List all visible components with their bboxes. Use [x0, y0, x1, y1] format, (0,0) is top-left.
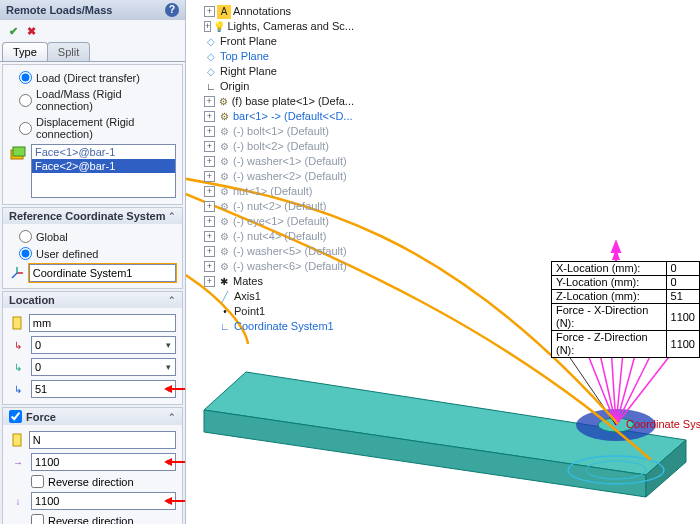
cs-input[interactable]: Coordinate System1: [29, 264, 176, 282]
ok-cancel-row: ✔ ✖: [0, 20, 185, 42]
ok-button[interactable]: ✔: [6, 24, 20, 38]
fx-icon: →: [9, 453, 27, 471]
svg-marker-21: [612, 248, 620, 260]
svg-point-10: [576, 409, 656, 441]
expand-icon[interactable]: +: [204, 186, 215, 197]
svg-line-4: [12, 273, 17, 278]
tab-split[interactable]: Split: [47, 42, 90, 61]
callout-arrow: [166, 461, 185, 463]
section-refcs: Reference Coordinate System⌃ Global User…: [2, 207, 183, 289]
face-listbox[interactable]: Face<1>@bar-1 Face<2>@bar-1: [31, 144, 176, 198]
force-unit-icon: [9, 431, 25, 449]
force-unit-combo[interactable]: N: [29, 431, 176, 449]
radio-direct[interactable]: Load (Direct transfer): [9, 69, 176, 86]
radio-userdef[interactable]: User defined: [9, 245, 176, 262]
expand-icon[interactable]: +: [204, 6, 215, 17]
reverse-x[interactable]: Reverse direction: [9, 473, 176, 490]
help-icon[interactable]: ?: [165, 3, 179, 17]
property-panel: Remote Loads/Mass ? ✔ ✖ Type Split Load …: [0, 0, 186, 524]
svg-marker-7: [204, 372, 686, 475]
expand-icon[interactable]: +: [204, 21, 211, 32]
z-icon: ↳: [9, 380, 27, 398]
panel-body: Load (Direct transfer) Load/Mass (Rigid …: [0, 61, 185, 524]
panel-title-bar: Remote Loads/Mass ?: [0, 0, 185, 20]
expand-icon[interactable]: +: [204, 156, 215, 167]
y-input[interactable]: 0: [31, 358, 176, 376]
expand-icon[interactable]: +: [204, 216, 215, 227]
z-input[interactable]: 51: [31, 380, 176, 398]
face-item-2[interactable]: Face<2>@bar-1: [32, 159, 175, 173]
location-header[interactable]: Location⌃: [3, 292, 182, 308]
fz-icon: ↓: [9, 492, 27, 510]
face-select-icon: [9, 144, 27, 162]
expand-icon[interactable]: +: [204, 126, 215, 137]
chevron-icon: ⌃: [168, 412, 176, 422]
svg-marker-9: [646, 440, 686, 497]
cs-icon: [9, 264, 25, 282]
expand-icon[interactable]: +: [204, 111, 215, 122]
svg-rect-6: [13, 434, 21, 446]
refcs-header[interactable]: Reference Coordinate System⌃: [3, 208, 182, 224]
svg-point-12: [568, 456, 664, 484]
force-enable[interactable]: [9, 410, 22, 423]
graphics-view[interactable]: +AAnnotations +💡Lights, Cameras and Sc..…: [186, 0, 700, 524]
face-item-1[interactable]: Face<1>@bar-1: [32, 145, 175, 159]
tab-type[interactable]: Type: [2, 42, 48, 61]
expand-icon[interactable]: +: [204, 246, 215, 257]
expand-icon[interactable]: +: [204, 141, 215, 152]
radio-global[interactable]: Global: [9, 228, 176, 245]
svg-marker-24: [612, 242, 620, 252]
radio-displacement[interactable]: Displacement (Rigid connection): [9, 114, 176, 142]
expand-icon[interactable]: +: [204, 231, 215, 242]
unit-combo[interactable]: mm: [29, 314, 176, 332]
feature-tree[interactable]: +AAnnotations +💡Lights, Cameras and Sc..…: [186, 0, 354, 334]
expand-icon[interactable]: +: [204, 276, 215, 287]
panel-title: Remote Loads/Mass: [6, 4, 112, 16]
svg-point-13: [586, 461, 646, 479]
force-header[interactable]: Force⌃: [3, 408, 182, 425]
callout-arrow: [166, 500, 185, 502]
section-location: Location⌃ mm ↳0 ↳0 ↳51: [2, 291, 183, 405]
chevron-icon: ⌃: [168, 211, 176, 221]
fx-input[interactable]: 1100: [31, 453, 176, 471]
fz-input[interactable]: 1100: [31, 492, 176, 510]
load-data-table: X-Location (mm):0 Y-Location (mm):0 Z-Lo…: [551, 261, 700, 358]
section-force: Force⌃ N →1100 Reverse direction ↓1100 R…: [2, 407, 183, 524]
section-type: Load (Direct transfer) Load/Mass (Rigid …: [2, 64, 183, 205]
expand-icon[interactable]: +: [204, 261, 215, 272]
x-icon: ↳: [9, 336, 27, 354]
cs-label-3d: Coordinate System1: [626, 418, 700, 430]
tabs: Type Split: [0, 42, 185, 61]
expand-icon[interactable]: +: [204, 201, 215, 212]
chevron-icon: ⌃: [168, 295, 176, 305]
svg-rect-5: [13, 317, 21, 329]
x-input[interactable]: 0: [31, 336, 176, 354]
unit-icon: [9, 314, 25, 332]
callout-arrow: [166, 388, 185, 390]
reverse-z[interactable]: Reverse direction: [9, 512, 176, 524]
svg-rect-1: [13, 147, 25, 156]
svg-point-11: [598, 418, 634, 432]
y-icon: ↳: [9, 358, 27, 376]
radio-rigid[interactable]: Load/Mass (Rigid connection): [9, 86, 176, 114]
cancel-button[interactable]: ✖: [24, 24, 38, 38]
svg-marker-8: [204, 410, 646, 497]
expand-icon[interactable]: +: [204, 96, 215, 107]
expand-icon[interactable]: +: [204, 171, 215, 182]
